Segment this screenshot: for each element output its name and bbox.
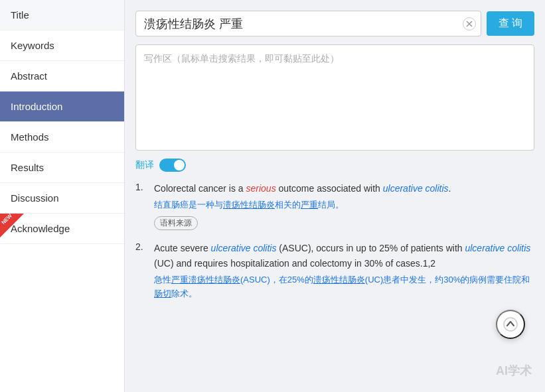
sidebar: Title Keywords Abstract Introduction Met… xyxy=(0,0,125,392)
search-bar: 查 询 xyxy=(135,11,534,36)
result-content: Colorectal cancer is a serious outcome a… xyxy=(154,181,534,230)
result-content: Acute severe ulcerative colitis (ASUC), … xyxy=(154,241,534,304)
result-english: Colorectal cancer is a serious outcome a… xyxy=(154,181,534,196)
close-icon xyxy=(465,20,473,28)
sidebar-item-label: Results xyxy=(11,162,44,173)
scroll-up-button[interactable] xyxy=(496,310,525,339)
list-item: 1. Colorectal cancer is a serious outcom… xyxy=(135,181,534,230)
sidebar-item-label: Abstract xyxy=(11,70,47,82)
results-list: 1. Colorectal cancer is a serious outcom… xyxy=(135,181,534,305)
search-button[interactable]: 查 询 xyxy=(487,11,534,36)
result-number: 2. xyxy=(135,241,147,252)
up-arrow-icon xyxy=(503,317,518,332)
sidebar-item-abstract[interactable]: Abstract xyxy=(0,61,124,92)
translate-row: 翻译 xyxy=(135,159,534,172)
sidebar-item-title[interactable]: Title xyxy=(0,0,124,31)
keyword-uc1: ulcerative colitis xyxy=(383,183,449,194)
sidebar-item-label: Introduction xyxy=(11,101,62,112)
keyword-uc3: ulcerative colitis xyxy=(465,243,530,253)
sidebar-item-discussion[interactable]: Discussion xyxy=(0,183,124,214)
writing-area[interactable]: 写作区（鼠标单击搜索结果，即可黏贴至此处） xyxy=(135,44,534,151)
sidebar-item-acknowledge[interactable]: NEW Acknowledge xyxy=(0,214,124,244)
search-input[interactable] xyxy=(135,11,481,36)
sidebar-item-label: Methods xyxy=(11,131,49,143)
sidebar-item-results[interactable]: Results xyxy=(0,153,124,183)
sidebar-item-label: Keywords xyxy=(11,40,54,51)
source-tag[interactable]: 语料来源 xyxy=(154,216,198,230)
svg-point-2 xyxy=(504,318,517,331)
main-content: 查 询 写作区（鼠标单击搜索结果，即可黏贴至此处） 翻译 1. Colorect… xyxy=(125,0,545,392)
translate-toggle[interactable] xyxy=(159,159,186,172)
list-item: 2. Acute severe ulcerative colitis (ASUC… xyxy=(135,241,534,304)
sidebar-item-introduction[interactable]: Introduction xyxy=(0,92,124,122)
sidebar-item-keywords[interactable]: Keywords xyxy=(0,31,124,61)
keyword-uc2: ulcerative colitis xyxy=(211,243,277,253)
clear-button[interactable] xyxy=(463,17,476,31)
keyword-serious: serious xyxy=(246,183,276,194)
toggle-thumb xyxy=(174,160,185,170)
writing-area-placeholder: 写作区（鼠标单击搜索结果，即可黏贴至此处） xyxy=(144,53,339,64)
result-chinese: 急性严重溃疡性结肠炎(ASUC)，在25%的溃疡性结肠炎(UC)患者中发生，约3… xyxy=(154,273,534,301)
sidebar-item-label: Discussion xyxy=(11,192,59,204)
result-number: 1. xyxy=(135,181,147,192)
sidebar-item-methods[interactable]: Methods xyxy=(0,122,124,153)
new-badge: NEW xyxy=(0,214,24,237)
result-chinese: 结直肠癌是一种与溃疡性结肠炎相关的严重结局。 xyxy=(154,198,534,212)
translate-label: 翻译 xyxy=(135,159,154,171)
sidebar-item-label: Title xyxy=(11,9,29,21)
search-input-wrap xyxy=(135,11,481,36)
result-english: Acute severe ulcerative colitis (ASUC), … xyxy=(154,241,534,271)
